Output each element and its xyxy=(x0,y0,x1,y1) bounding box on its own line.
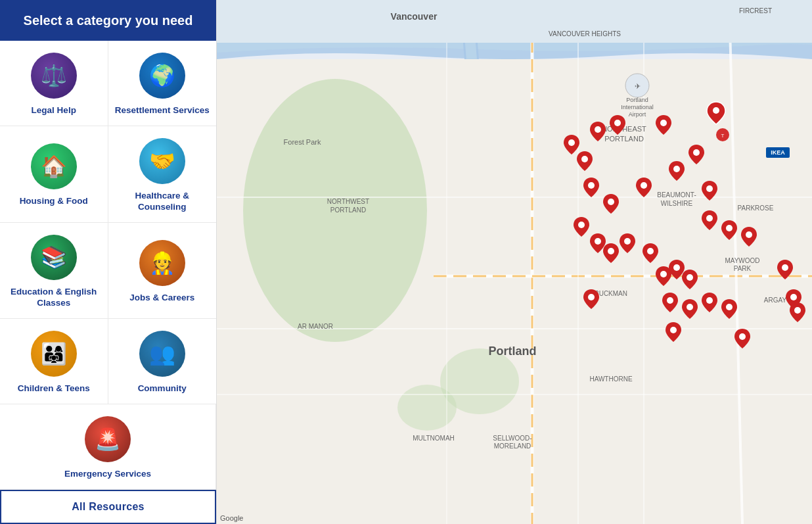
svg-point-68 xyxy=(706,297,713,304)
svg-point-71 xyxy=(790,294,797,300)
svg-text:PARK: PARK xyxy=(734,265,752,272)
all-resources-button[interactable]: All Resources xyxy=(0,490,216,524)
category-label-emergency-services: Emergency Services xyxy=(64,469,151,480)
svg-point-65 xyxy=(588,294,595,300)
svg-text:MORELAND: MORELAND xyxy=(494,442,531,450)
svg-text:AR MANOR: AR MANOR xyxy=(298,323,333,330)
category-item-children-teens[interactable]: 👨‍👩‍👧Children & Teens xyxy=(0,319,108,404)
svg-point-72 xyxy=(670,327,677,333)
svg-point-59 xyxy=(706,215,713,222)
svg-text:PORTLAND: PORTLAND xyxy=(330,206,366,214)
svg-rect-29 xyxy=(217,0,812,43)
category-item-emergency-services[interactable]: 🚨Emergency Services xyxy=(0,404,216,490)
svg-text:MAYWOOD: MAYWOOD xyxy=(725,257,759,264)
svg-text:International: International xyxy=(621,104,654,110)
svg-text:VANCOUVER HEIGHTS: VANCOUVER HEIGHTS xyxy=(549,30,621,37)
svg-text:BEAUMONT-: BEAUMONT- xyxy=(657,191,696,199)
category-label-healthcare-counseling: Healthcare & Counseling xyxy=(115,191,210,213)
svg-text:T: T xyxy=(721,133,725,139)
svg-point-58 xyxy=(647,248,654,254)
svg-text:Google: Google xyxy=(220,514,243,522)
svg-point-73 xyxy=(739,333,746,340)
svg-point-60 xyxy=(726,225,733,231)
svg-text:Forest Park: Forest Park xyxy=(284,138,321,146)
svg-text:WILSHIRE: WILSHIRE xyxy=(661,200,693,207)
category-icon-housing-food: 🏠 xyxy=(31,143,77,189)
svg-text:HAWTHORNE: HAWTHORNE xyxy=(589,375,633,383)
sidebar-header: Select a category you need xyxy=(0,0,216,41)
svg-point-49 xyxy=(693,149,700,156)
category-icon-emergency-services: 🚨 xyxy=(85,416,131,462)
category-label-jobs-careers: Jobs & Careers xyxy=(129,293,194,304)
svg-text:Portland: Portland xyxy=(488,345,536,358)
svg-point-61 xyxy=(746,231,752,238)
svg-text:FIRCREST: FIRCREST xyxy=(739,7,772,14)
svg-text:✈: ✈ xyxy=(635,82,641,90)
category-label-resettlement-services: Resettlement Services xyxy=(115,105,210,116)
svg-point-48 xyxy=(673,166,680,172)
svg-point-64 xyxy=(687,274,693,281)
map-area[interactable]: Portland NORTHEAST PORTLAND BEAUMONT- WI… xyxy=(217,0,812,524)
svg-point-51 xyxy=(608,199,614,205)
svg-point-45 xyxy=(568,139,575,146)
category-icon-education-english: 📚 xyxy=(31,235,77,281)
svg-point-57 xyxy=(624,238,631,245)
category-item-legal-help[interactable]: ⚖️Legal Help xyxy=(0,41,108,126)
category-icon-community: 👥 xyxy=(139,331,185,377)
category-label-community: Community xyxy=(138,383,187,394)
svg-point-52 xyxy=(641,182,647,189)
category-icon-jobs-careers: 👷 xyxy=(139,240,185,286)
svg-point-46 xyxy=(614,120,621,126)
category-icon-children-teens: 👨‍👩‍👧 xyxy=(31,331,77,377)
category-item-healthcare-counseling[interactable]: 🤝Healthcare & Counseling xyxy=(108,126,217,223)
svg-text:ARGAY: ARGAY xyxy=(764,297,787,304)
svg-text:PARKROSE: PARKROSE xyxy=(738,204,774,212)
svg-point-63 xyxy=(673,264,680,271)
svg-point-70 xyxy=(782,264,788,271)
svg-text:SELLWOOD-: SELLWOOD- xyxy=(493,435,531,442)
category-label-housing-food: Housing & Food xyxy=(20,196,88,207)
svg-text:MULTNOMAH: MULTNOMAH xyxy=(413,435,455,442)
svg-text:PORTLAND: PORTLAND xyxy=(604,135,644,143)
svg-point-67 xyxy=(687,304,693,310)
svg-point-66 xyxy=(667,297,673,304)
svg-text:Portland: Portland xyxy=(626,97,648,103)
svg-point-56 xyxy=(608,248,614,254)
sidebar: Select a category you need ⚖️Legal Help🌍… xyxy=(0,0,217,524)
map-svg: Portland NORTHEAST PORTLAND BEAUMONT- WI… xyxy=(217,0,812,524)
svg-point-50 xyxy=(588,182,595,189)
svg-point-75 xyxy=(713,107,719,114)
svg-point-43 xyxy=(595,126,601,133)
category-item-jobs-careers[interactable]: 👷Jobs & Careers xyxy=(108,223,217,320)
svg-point-55 xyxy=(595,238,601,245)
category-label-legal-help: Legal Help xyxy=(32,105,76,116)
svg-text:Airport: Airport xyxy=(629,111,646,118)
category-item-housing-food[interactable]: 🏠Housing & Food xyxy=(0,126,108,223)
category-icon-resettlement-services: 🌍 xyxy=(139,53,185,99)
category-item-resettlement-services[interactable]: 🌍Resettlement Services xyxy=(108,41,217,126)
sidebar-title: Select a category you need xyxy=(24,13,193,28)
category-item-community[interactable]: 👥Community xyxy=(108,319,217,404)
svg-point-74 xyxy=(794,307,801,314)
svg-text:Vancouver: Vancouver xyxy=(391,11,438,22)
category-label-children-teens: Children & Teens xyxy=(18,383,90,394)
category-item-education-english[interactable]: 📚Education & English Classes xyxy=(0,223,108,320)
svg-point-47 xyxy=(660,120,667,126)
category-icon-healthcare-counseling: 🤝 xyxy=(139,138,185,184)
svg-point-53 xyxy=(706,185,713,192)
all-resources-label: All Resources xyxy=(72,501,145,512)
svg-text:NORTHWEST: NORTHWEST xyxy=(327,198,369,205)
svg-text:IKEA: IKEA xyxy=(771,149,785,156)
svg-point-44 xyxy=(581,156,588,162)
svg-point-62 xyxy=(660,271,667,277)
svg-point-4 xyxy=(397,385,457,431)
category-icon-legal-help: ⚖️ xyxy=(31,53,77,99)
category-label-education-english: Education & English Classes xyxy=(7,287,101,309)
svg-point-69 xyxy=(726,304,733,310)
svg-text:BUCKMAN: BUCKMAN xyxy=(595,290,627,297)
svg-point-54 xyxy=(578,222,585,228)
category-grid: ⚖️Legal Help🌍Resettlement Services🏠Housi… xyxy=(0,41,216,490)
